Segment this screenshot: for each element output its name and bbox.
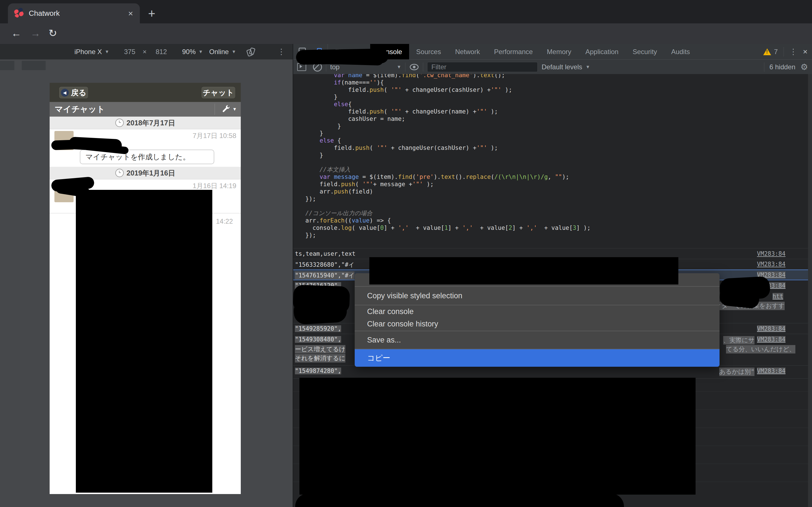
source-link[interactable]: VM283:84 [757, 368, 785, 374]
tab-network[interactable]: Network [448, 44, 487, 59]
code-token: 1 [444, 224, 448, 231]
code-token [305, 79, 334, 86]
divider [783, 47, 784, 57]
code-token: ( [491, 173, 495, 180]
devtools-close-icon[interactable]: × [803, 47, 808, 56]
tab-security[interactable]: Security [626, 44, 664, 59]
code-token: ] + [512, 224, 526, 231]
code-token [305, 137, 320, 144]
mobile-back-button[interactable]: ◀ 戻る [59, 87, 89, 99]
device-dim-multiply: × [143, 44, 147, 59]
code-token: push [341, 181, 355, 187]
tab-performance[interactable]: Performance [487, 44, 540, 59]
console-scrollbar[interactable] [808, 74, 812, 507]
code-token: if [334, 79, 341, 86]
tab-label: Memory [547, 48, 571, 56]
code-token: ){ [377, 79, 384, 86]
code-token: ( [384, 87, 391, 93]
message-bubble: マイチャットを作成しました。 [80, 150, 214, 164]
tab-title: Chatwork [29, 9, 128, 18]
console-row[interactable]: "1549874280", あるかは別" VM283:84 [293, 365, 808, 379]
code-line: console.log( value[0] + ',' + value[1] +… [305, 224, 591, 232]
wrench-icon[interactable] [221, 105, 231, 114]
warning-badge[interactable]: 7 [763, 48, 777, 56]
device-width-value: 375 [124, 48, 135, 56]
throttle-select[interactable]: Online ▼ [209, 44, 236, 59]
browser-tab[interactable]: Chatwork × [8, 3, 140, 23]
code-line: arr.push(field) [305, 188, 591, 195]
url-link-fragment[interactable]: htt [772, 293, 783, 300]
code-token: log [341, 224, 352, 231]
context-menu-item-clear-history[interactable]: Clear console history [355, 318, 719, 330]
reload-icon[interactable]: ↻ [49, 27, 57, 39]
source-link[interactable]: VM283:84 [757, 261, 785, 268]
code-token: name [348, 74, 363, 78]
context-menu: Copy visible styled selection Clear cons… [355, 273, 719, 367]
code-token: //コンソール出力の場合 [305, 210, 372, 217]
code-line [305, 203, 591, 210]
code-token: , [548, 173, 555, 180]
context-menu-item-copy[interactable]: コピー [355, 349, 719, 367]
code-token: ); [562, 173, 569, 180]
code-token: { [348, 101, 352, 108]
context-menu-item-copy-styled[interactable]: Copy visible styled selection [355, 287, 719, 305]
media-query-bar[interactable] [0, 61, 14, 70]
divider [405, 62, 405, 71]
code-token: 0 [380, 224, 384, 231]
device-width-field[interactable]: 375 [124, 44, 135, 59]
code-line: } [305, 123, 591, 130]
code-token: value [352, 217, 369, 224]
code-token: field. [305, 108, 370, 115]
browser-tab-bar: Chatwork × + [0, 0, 812, 23]
code-token: 2 [509, 224, 512, 231]
new-tab-button[interactable]: + [145, 7, 158, 20]
code-line: field.push( '"' + changeUser(cashUser) +… [305, 87, 591, 94]
eye-icon[interactable] [409, 63, 419, 71]
code-line: arr.forEach((value) => { [305, 217, 591, 224]
context-menu-item-save-as[interactable]: Save as... [355, 331, 719, 349]
filter-input[interactable] [431, 63, 534, 71]
code-token: = $(item). [359, 173, 398, 180]
source-link[interactable]: VM283:84 [757, 336, 785, 343]
tab-close-icon[interactable]: × [128, 9, 133, 18]
code-token: field. [305, 145, 355, 151]
code-token: }); [305, 232, 316, 238]
forward-icon[interactable]: → [31, 27, 41, 39]
rotate-icon[interactable] [246, 44, 255, 59]
code-token: ). [473, 74, 480, 78]
tab-application[interactable]: Application [578, 44, 625, 59]
code-token: '"' [476, 145, 487, 151]
filter-input-box[interactable] [427, 62, 538, 72]
tab-audits[interactable]: Audits [664, 44, 697, 59]
device-select[interactable]: iPhone X ▼ [74, 44, 109, 59]
console-row-text: ts,team,user,text [295, 250, 356, 257]
code-token: } [305, 94, 338, 100]
source-link[interactable]: VM283:84 [757, 250, 785, 257]
redaction-url [304, 50, 384, 65]
gear-icon[interactable]: ⚙ [801, 62, 808, 72]
code-token: '"' [362, 181, 373, 187]
tab-memory[interactable]: Memory [540, 44, 578, 59]
hidden-count-label[interactable]: 6 hidden [769, 63, 795, 71]
code-token: ( [412, 173, 416, 180]
device-height-value: 812 [156, 48, 167, 56]
source-link[interactable]: VM283:84 [757, 325, 785, 332]
source-link-fragment[interactable]: 33:84 [768, 282, 785, 289]
device-height-field[interactable]: 812 [156, 44, 167, 59]
mobile-nav-bar: ◀ 戻る チャット [50, 83, 241, 102]
context-menu-item-clear-console[interactable]: Clear console [355, 305, 719, 318]
pane-divider[interactable] [293, 44, 293, 507]
divider [764, 62, 764, 72]
divider [423, 62, 423, 71]
chevron-down-icon[interactable]: ▼ [232, 107, 237, 112]
back-icon[interactable]: ← [11, 27, 21, 39]
device-toolbar-more-icon[interactable]: ⋮ [277, 44, 285, 59]
mobile-chat-button[interactable]: チャット [201, 87, 236, 99]
devtools-more-icon[interactable]: ⋮ [790, 47, 797, 56]
media-query-bar[interactable] [22, 61, 46, 70]
tab-sources[interactable]: Sources [409, 44, 448, 59]
console-row-text-fragment: あるかは別" [719, 368, 755, 376]
menu-item-label: Save as... [367, 336, 401, 344]
levels-select[interactable]: Default levels ▼ [542, 63, 590, 71]
zoom-select[interactable]: 90% ▼ [182, 44, 203, 59]
